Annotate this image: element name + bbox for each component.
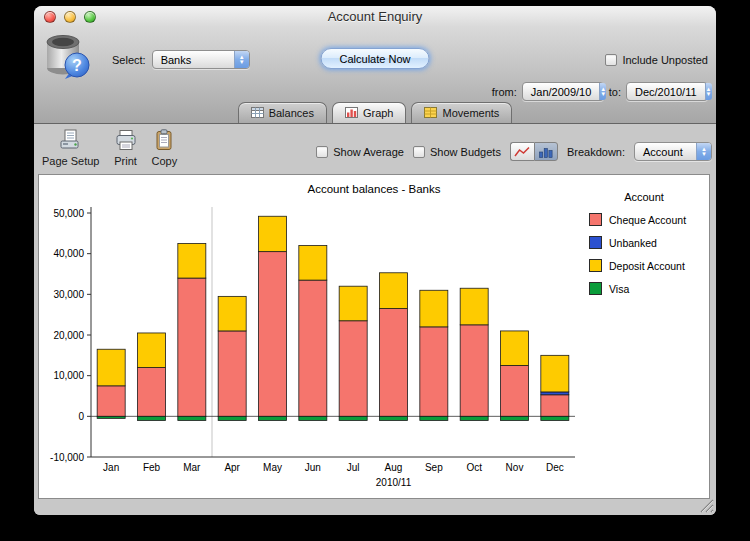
x-tick-label: Jan	[103, 462, 119, 473]
window-title: Account Enquiry	[34, 6, 716, 28]
y-tick-label: 30,000	[53, 289, 84, 300]
legend-title: Account	[581, 191, 707, 203]
select-banks-value: Banks	[161, 54, 226, 66]
select-banks-dropdown[interactable]: Banks ▲▼	[152, 50, 250, 69]
bar-segment	[380, 416, 408, 420]
page-setup-button[interactable]: Page Setup	[42, 129, 100, 167]
tab-balances[interactable]: Balances	[238, 102, 327, 123]
balances-table-icon	[251, 107, 264, 120]
checkbox-box	[413, 146, 425, 158]
y-tick-label: 0	[78, 411, 84, 422]
legend-swatch	[589, 236, 602, 249]
copy-button[interactable]: Copy	[152, 129, 178, 167]
y-tick-label: 40,000	[53, 248, 84, 259]
line-chart-icon	[514, 146, 530, 158]
calculate-now-button[interactable]: Calculate Now	[321, 48, 430, 69]
print-button[interactable]: Print	[114, 129, 138, 167]
from-period-value: Jan/2009/10	[531, 86, 592, 98]
legend-items: Cheque AccountUnbankedDeposit AccountVis…	[581, 213, 707, 295]
bar-segment	[541, 395, 569, 417]
x-tick-label: Mar	[183, 462, 201, 473]
page-setup-label: Page Setup	[42, 155, 100, 167]
legend-item: Visa	[589, 282, 707, 295]
bar-segment	[299, 246, 327, 281]
x-tick-label: Feb	[143, 462, 161, 473]
y-tick-label: 50,000	[53, 208, 84, 219]
include-unposted-checkbox[interactable]: Include Unposted	[605, 54, 708, 66]
legend-item: Unbanked	[589, 236, 707, 249]
show-budgets-checkbox[interactable]: Show Budgets	[413, 146, 501, 158]
to-label: to:	[609, 86, 621, 98]
bar-segment	[138, 368, 166, 417]
x-tick-label: Sep	[425, 462, 443, 473]
to-period-value: Dec/2010/11	[635, 86, 697, 98]
bar-segment	[501, 416, 529, 420]
popup-arrows-icon: ▲▼	[705, 83, 712, 100]
breakdown-dropdown[interactable]: Account ▲▼	[634, 142, 712, 161]
copy-label: Copy	[152, 155, 178, 167]
select-label: Select:	[112, 54, 146, 66]
tab-graph[interactable]: Graph	[332, 102, 407, 123]
titlebar[interactable]: Account Enquiry	[34, 6, 716, 28]
bar-segment	[420, 416, 448, 420]
copy-clipboard-icon	[154, 129, 174, 153]
bar-segment	[501, 331, 529, 366]
bar-segment	[541, 392, 569, 395]
bar-segment	[339, 321, 367, 417]
print-icon	[114, 129, 138, 153]
y-tick-label: 20,000	[53, 330, 84, 341]
legend-swatch	[589, 259, 602, 272]
chart-panel: Account balances - Banks -10,000010,0002…	[38, 174, 710, 499]
tab-label: Balances	[269, 107, 314, 119]
resize-grip[interactable]	[699, 498, 714, 513]
legend-item: Deposit Account	[589, 259, 707, 272]
bar-segment	[420, 290, 448, 327]
bar-segment	[218, 296, 246, 331]
tab-movements[interactable]: Movements	[411, 102, 512, 123]
bar-segment	[460, 416, 488, 420]
x-tick-label: Oct	[466, 462, 482, 473]
y-tick-label: 10,000	[53, 370, 84, 381]
bar-segment	[218, 331, 246, 416]
bar-segment	[420, 327, 448, 416]
bar-segment	[97, 386, 125, 417]
popup-arrows-icon: ▲▼	[234, 51, 249, 68]
bar-chart-icon	[538, 146, 554, 158]
print-label: Print	[114, 155, 137, 167]
x-tick-label: Jul	[347, 462, 360, 473]
legend-item: Cheque Account	[589, 213, 707, 226]
from-label: from:	[492, 86, 517, 98]
legend-label: Deposit Account	[609, 260, 685, 272]
bar-segment	[97, 349, 125, 386]
app-ledger-question-icon: ?	[42, 32, 94, 82]
y-tick-label: -10,000	[50, 452, 84, 463]
chart-type-segmented-control	[510, 142, 558, 161]
account-enquiry-window: Account Enquiry ?	[34, 6, 716, 515]
line-chart-toggle[interactable]	[510, 142, 534, 161]
x-tick-label: Apr	[224, 462, 240, 473]
bar-segment	[138, 333, 166, 368]
bar-chart-toggle[interactable]	[534, 142, 558, 161]
from-period-dropdown[interactable]: Jan/2009/10 ▲▼	[522, 82, 604, 101]
x-tick-label: Jun	[305, 462, 321, 473]
bar-segment	[178, 278, 206, 416]
tab-bar: Balances Graph	[34, 102, 716, 123]
x-tick-label: Dec	[546, 462, 564, 473]
to-period-dropdown[interactable]: Dec/2010/11 ▲▼	[626, 82, 708, 101]
legend-label: Visa	[609, 283, 629, 295]
graph-chart-icon	[345, 107, 358, 120]
legend-swatch	[589, 282, 602, 295]
legend-label: Cheque Account	[609, 214, 686, 226]
bar-segment	[178, 244, 206, 279]
bar-segment	[259, 216, 287, 251]
bar-segment	[299, 416, 327, 420]
x-axis-year-label: 2010/11	[376, 477, 412, 488]
bar-segment	[259, 252, 287, 417]
bar-segment	[460, 288, 488, 325]
bar-segment	[299, 280, 327, 416]
movements-icon	[424, 107, 437, 120]
show-average-label: Show Average	[333, 146, 404, 158]
x-tick-label: Nov	[506, 462, 524, 473]
bar-segment	[380, 273, 408, 309]
show-average-checkbox[interactable]: Show Average	[316, 146, 404, 158]
